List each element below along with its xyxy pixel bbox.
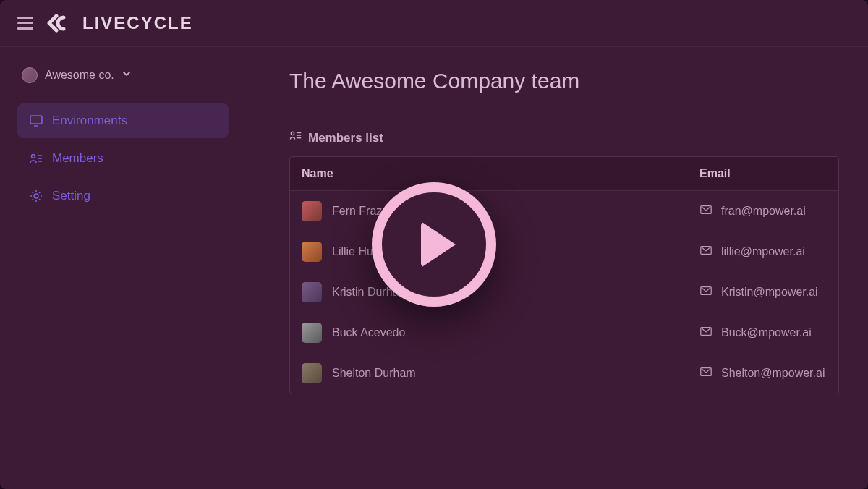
members-icon	[29, 151, 43, 166]
member-email: Shelton@mpower.ai	[721, 367, 825, 380]
svg-point-6	[34, 194, 38, 198]
page-title: The Awesome Company team	[289, 69, 839, 93]
member-email: Kristin@mpower.ai	[721, 286, 818, 299]
sidebar: Awesome co. Environments Members	[0, 47, 246, 489]
sidebar-item-label: Environments	[52, 114, 127, 128]
sidebar-item-label: Members	[52, 151, 103, 166]
member-email-cell: Shelton@mpower.ai	[699, 365, 827, 381]
section-label: Members list	[308, 131, 383, 145]
menu-toggle-button[interactable]	[17, 17, 33, 30]
sidebar-item-environments[interactable]: Environments	[17, 103, 229, 138]
column-header-name: Name	[302, 167, 699, 180]
member-name-cell: Kristin Durham	[302, 282, 699, 302]
org-switcher[interactable]: Awesome co.	[17, 67, 229, 83]
member-email-cell: fran@mpower.ai	[699, 203, 827, 219]
table-row[interactable]: Buck Acevedo Buck@mpower.ai	[290, 312, 838, 353]
content-panel: The Awesome Company team Members list Na…	[246, 47, 868, 489]
avatar	[302, 323, 322, 343]
play-video-button[interactable]	[372, 182, 496, 307]
monitor-icon	[29, 114, 43, 128]
livecycle-logo-icon	[46, 14, 75, 33]
brand-logo[interactable]: LIVECYCLE	[46, 13, 193, 33]
members-table: Name Email Fern Fraz fran@mpowe	[289, 156, 839, 394]
table-header: Name Email	[290, 157, 838, 191]
section-header: Members list	[289, 129, 839, 146]
member-email: Buck@mpower.ai	[721, 326, 812, 339]
table-row[interactable]: Kristin Durham Kristin@mpower.ai	[290, 272, 838, 312]
envelope-icon	[699, 244, 712, 260]
member-name-cell: Fern Fraz	[302, 201, 699, 221]
nav-list: Environments Members Setting	[17, 103, 229, 213]
gear-icon	[29, 189, 43, 203]
member-name-cell: Lillie Hunt	[302, 242, 699, 262]
column-header-email: Email	[699, 167, 827, 180]
sidebar-item-label: Setting	[52, 189, 90, 203]
sidebar-item-setting[interactable]: Setting	[17, 179, 229, 213]
table-row[interactable]: Fern Fraz fran@mpower.ai	[290, 191, 838, 231]
member-email-cell: Kristin@mpower.ai	[699, 284, 827, 300]
avatar	[302, 282, 322, 302]
member-name: Shelton Durham	[332, 367, 416, 380]
table-row[interactable]: Shelton Durham Shelton@mpower.ai	[290, 353, 838, 394]
avatar	[302, 363, 322, 383]
org-name-label: Awesome co.	[45, 69, 114, 82]
member-name: Fern Fraz	[332, 205, 382, 218]
table-body: Fern Fraz fran@mpower.ai Lillie Hun	[290, 191, 838, 394]
svg-point-7	[291, 132, 294, 135]
members-list-icon	[289, 129, 302, 146]
member-email: lillie@mpower.ai	[721, 245, 805, 258]
envelope-icon	[699, 284, 712, 300]
envelope-icon	[699, 203, 712, 219]
member-name-cell: Shelton Durham	[302, 363, 699, 383]
app-header: LIVECYCLE	[0, 0, 868, 47]
svg-point-2	[32, 155, 35, 158]
svg-rect-0	[30, 116, 42, 124]
envelope-icon	[699, 325, 712, 341]
member-email-cell: Buck@mpower.ai	[699, 325, 827, 341]
avatar	[302, 242, 322, 262]
envelope-icon	[699, 365, 712, 381]
member-name: Buck Acevedo	[332, 326, 405, 339]
brand-name: LIVECYCLE	[82, 13, 193, 33]
sidebar-item-members[interactable]: Members	[17, 141, 229, 176]
avatar	[302, 201, 322, 221]
member-email: fran@mpower.ai	[721, 205, 806, 218]
org-avatar-icon	[22, 67, 38, 83]
play-icon	[421, 221, 456, 268]
chevron-down-icon	[122, 69, 132, 82]
member-email-cell: lillie@mpower.ai	[699, 244, 827, 260]
member-name-cell: Buck Acevedo	[302, 323, 699, 343]
